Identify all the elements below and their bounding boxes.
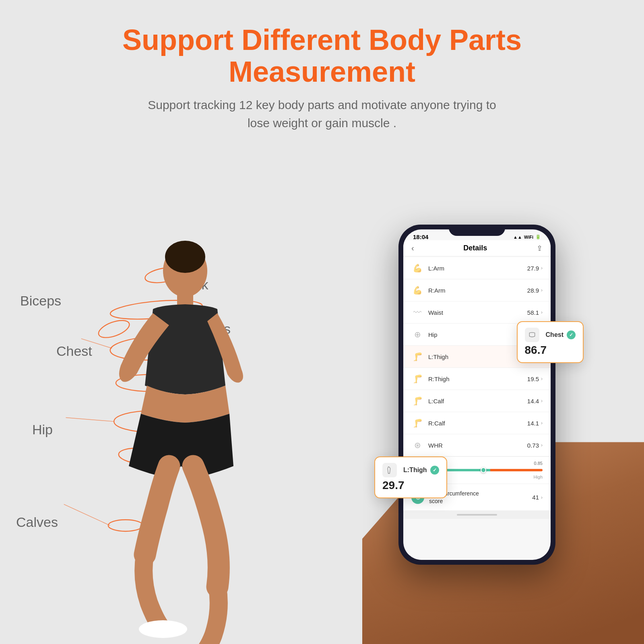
svg-point-13 xyxy=(165,241,205,273)
home-indicator xyxy=(403,511,551,519)
thigh-tooltip-value: 29.7 xyxy=(382,479,439,492)
chest-tooltip-header: Chest ✓ xyxy=(525,328,576,342)
waist-value: 58.1 xyxy=(527,309,539,316)
chest-icon xyxy=(525,328,539,342)
list-item-whr[interactable]: ⊛ WHR 0.73 › xyxy=(403,434,551,456)
rarm-value: 28.9 xyxy=(527,287,539,294)
rcalf-value: 14.1 xyxy=(527,420,539,427)
page-title: Support Different Body Parts Measurement xyxy=(40,24,604,88)
share-icon[interactable]: ⇪ xyxy=(537,244,543,253)
thigh-check-icon: ✓ xyxy=(430,466,439,475)
chest-tooltip-value: 86.7 xyxy=(525,344,576,357)
status-time: 18:04 xyxy=(413,233,428,240)
chest-check-icon: ✓ xyxy=(567,330,576,339)
lcalf-value: 14.4 xyxy=(527,398,539,405)
slider-thumb xyxy=(481,467,486,473)
list-item-rcalf[interactable]: 🦵 R:Calf 14.1 › xyxy=(403,412,551,434)
page-subtitle: Support tracking 12 key body parts and m… xyxy=(40,96,604,132)
waist-arrow: › xyxy=(541,310,543,315)
app-header-title: Details xyxy=(463,244,487,252)
thigh-tooltip-card: L:Thigh ✓ 29.7 xyxy=(374,456,447,498)
whr-icon: ⊛ xyxy=(411,439,423,451)
lthigh-icon: 🦵 xyxy=(411,351,423,363)
rarm-icon: 💪 xyxy=(411,284,423,296)
rthigh-value: 19.5 xyxy=(527,376,539,382)
chest-tooltip-card: Chest ✓ 86.7 xyxy=(517,321,584,363)
rthigh-arrow: › xyxy=(541,376,543,382)
list-item-waist[interactable]: 〰 Waist 58.1 › xyxy=(403,301,551,324)
phone-frame: 18:04 ▲▲ WiFi 🔋 ‹ Details ⇪ 💪 xyxy=(398,225,555,565)
app-header: ‹ Details ⇪ xyxy=(403,240,551,256)
phone-notch xyxy=(449,225,505,236)
rthigh-label: R:Thigh xyxy=(428,376,527,382)
lcalf-arrow: › xyxy=(541,398,543,404)
header-section: Support Different Body Parts Measurement… xyxy=(0,0,644,144)
calves-label: Calves xyxy=(16,514,58,530)
thigh-tooltip-header: L:Thigh ✓ xyxy=(382,463,439,477)
list-item-rarm[interactable]: 💪 R:Arm 28.9 › xyxy=(403,279,551,301)
rcalf-icon: 🦵 xyxy=(411,417,423,429)
home-bar xyxy=(457,514,497,516)
whr-arrow: › xyxy=(541,442,543,448)
list-item-lcalf[interactable]: 🦵 L:Calf 14.4 › xyxy=(403,390,551,412)
larm-label: L:Arm xyxy=(428,265,527,272)
biceps-label: Biceps xyxy=(20,293,61,309)
larm-arrow: › xyxy=(541,265,543,271)
waist-label: Waist xyxy=(428,309,527,316)
rcalf-label: R:Calf xyxy=(428,420,527,427)
score-arrow: › xyxy=(541,495,543,500)
rarm-label: R:Arm xyxy=(428,287,527,294)
larm-icon: 💪 xyxy=(411,262,423,274)
hip-label: Hip xyxy=(32,422,53,438)
phone-container: 18:04 ▲▲ WiFi 🔋 ‹ Details ⇪ 💪 xyxy=(398,225,572,587)
svg-point-15 xyxy=(139,620,187,638)
whr-label: WHR xyxy=(428,442,527,449)
whr-value: 0.73 xyxy=(527,442,539,449)
phone-screen: 18:04 ▲▲ WiFi 🔋 ‹ Details ⇪ 💪 xyxy=(403,229,551,560)
list-item-rthigh[interactable]: 🦵 R:Thigh 19.5 › xyxy=(403,368,551,390)
back-arrow[interactable]: ‹ xyxy=(411,244,414,253)
list-item-larm[interactable]: 💪 L:Arm 27.9 › xyxy=(403,257,551,279)
lcalf-label: L:Calf xyxy=(428,398,527,405)
waist-icon: 〰 xyxy=(411,306,423,318)
hip-icon: ⊕ xyxy=(411,328,423,341)
rthigh-icon: 🦵 xyxy=(411,373,423,385)
status-icons: ▲▲ WiFi 🔋 xyxy=(513,234,541,239)
runner-figure xyxy=(60,233,282,644)
thigh-icon xyxy=(382,463,397,477)
main-content: Neck Shoulders Biceps Chest Abdomen Hip … xyxy=(0,144,644,644)
larm-value: 27.9 xyxy=(527,265,539,272)
score-value: 41 xyxy=(532,494,539,501)
rarm-arrow: › xyxy=(541,287,543,293)
lcalf-icon: 🦵 xyxy=(411,395,423,407)
rcalf-arrow: › xyxy=(541,420,543,426)
